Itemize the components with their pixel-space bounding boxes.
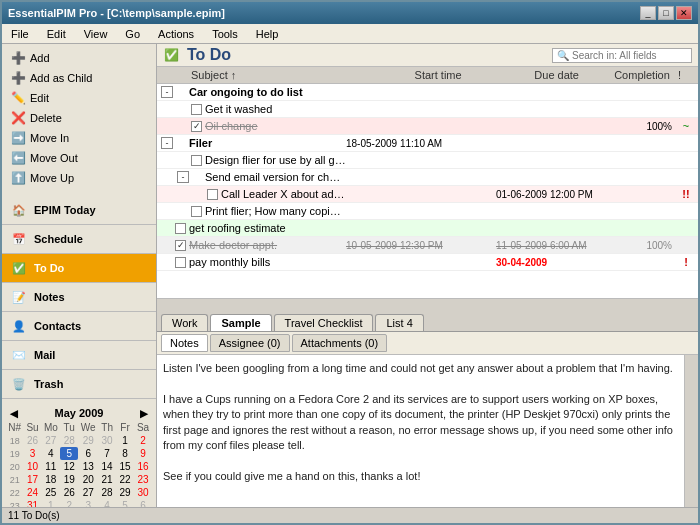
table-row[interactable]: -Send email version for checking (157, 169, 698, 186)
calendar-day[interactable]: 17 (24, 473, 42, 486)
calendar-day[interactable]: 9 (134, 447, 152, 460)
menu-actions[interactable]: Actions (153, 26, 199, 42)
table-row[interactable]: Call Leader X about adding Chicago infow… (157, 186, 698, 203)
calendar-day[interactable]: 4 (41, 447, 60, 460)
action-move-in[interactable]: ➡️ Move In (6, 128, 152, 148)
notes-tab-assignee[interactable]: Assignee (0) (210, 334, 290, 352)
cal-next-button[interactable]: ▶ (140, 408, 148, 419)
close-button[interactable]: ✕ (676, 6, 692, 20)
calendar-day[interactable]: 26 (24, 434, 42, 447)
notes-tab-attachments[interactable]: Attachments (0) (292, 334, 388, 352)
menu-edit[interactable]: Edit (42, 26, 71, 42)
notes-tab-notes[interactable]: Notes (161, 334, 208, 352)
sidebar-item-todo[interactable]: ✅ To Do (2, 254, 156, 283)
calendar-day[interactable]: 26 (60, 486, 78, 499)
calendar-day[interactable]: 16 (134, 460, 152, 473)
tab-sample[interactable]: Sample (210, 314, 271, 331)
cal-prev-button[interactable]: ◀ (10, 408, 18, 419)
sidebar-item-epim-today[interactable]: 🏠 EPIM Today (2, 196, 156, 225)
table-row[interactable]: -Filer18-05-2009 11:10 AM (157, 135, 698, 152)
tab-travel-checklist[interactable]: Travel Checklist (274, 314, 374, 331)
table-row[interactable]: get roofing estimate (157, 220, 698, 237)
tab-work[interactable]: Work (161, 314, 208, 331)
expand-button[interactable]: - (177, 171, 189, 183)
calendar-day[interactable]: 8 (116, 447, 134, 460)
action-move-up[interactable]: ⬆️ Move Up (6, 168, 152, 188)
menu-tools[interactable]: Tools (207, 26, 243, 42)
minimize-button[interactable]: _ (640, 6, 656, 20)
sidebar-item-mail[interactable]: ✉️ Mail (2, 341, 156, 370)
calendar-day[interactable]: 2 (60, 499, 78, 507)
menu-view[interactable]: View (79, 26, 113, 42)
menu-go[interactable]: Go (120, 26, 145, 42)
calendar-day[interactable]: 22 (116, 473, 134, 486)
calendar-day[interactable]: 11 (41, 460, 60, 473)
sidebar-item-schedule[interactable]: 📅 Schedule (2, 225, 156, 254)
calendar-day[interactable]: 6 (134, 499, 152, 507)
calendar-day[interactable]: 25 (41, 486, 60, 499)
calendar-day[interactable]: 3 (78, 499, 98, 507)
action-edit[interactable]: ✏️ Edit (6, 88, 152, 108)
calendar-day[interactable]: 28 (98, 486, 116, 499)
calendar-day[interactable]: 20 (78, 473, 98, 486)
calendar-day[interactable]: 14 (98, 460, 116, 473)
calendar-day[interactable]: 1 (41, 499, 60, 507)
todo-checkbox[interactable]: ✓ (175, 240, 186, 251)
calendar-day[interactable]: 30 (98, 434, 116, 447)
todo-checkbox[interactable] (175, 257, 186, 268)
calendar-day[interactable]: 10 (24, 460, 42, 473)
search-input[interactable] (572, 50, 687, 61)
calendar-day[interactable]: 7 (98, 447, 116, 460)
calendar-day[interactable]: 23 (134, 473, 152, 486)
calendar-day[interactable]: 28 (60, 434, 78, 447)
todo-checkbox[interactable] (207, 189, 218, 200)
todo-checkbox[interactable] (191, 104, 202, 115)
calendar-day[interactable]: 27 (78, 486, 98, 499)
table-row[interactable]: -Car ongoing to do list (157, 84, 698, 101)
maximize-button[interactable]: □ (658, 6, 674, 20)
calendar-day[interactable]: 5 (60, 447, 78, 460)
calendar-day[interactable]: 29 (78, 434, 98, 447)
table-row[interactable]: ✓Oil change100%~ (157, 118, 698, 135)
sidebar-item-notes[interactable]: 📝 Notes (2, 283, 156, 312)
calendar-day[interactable]: 31 (24, 499, 42, 507)
menu-file[interactable]: File (6, 26, 34, 42)
calendar-day[interactable]: 18 (41, 473, 60, 486)
calendar-day[interactable]: 13 (78, 460, 98, 473)
horizontal-scrollbar[interactable] (157, 298, 698, 312)
col-due[interactable]: Due date (534, 69, 614, 81)
tab-list4[interactable]: List 4 (375, 314, 423, 331)
calendar-day[interactable]: 6 (78, 447, 98, 460)
calendar-day[interactable]: 12 (60, 460, 78, 473)
calendar-day[interactable]: 19 (60, 473, 78, 486)
calendar-day[interactable]: 4 (98, 499, 116, 507)
calendar-day[interactable]: 21 (98, 473, 116, 486)
col-completion[interactable]: Completion (614, 69, 678, 81)
todo-checkbox[interactable] (191, 155, 202, 166)
sidebar-item-contacts[interactable]: 👤 Contacts (2, 312, 156, 341)
action-add-child[interactable]: ➕ Add as Child (6, 68, 152, 88)
calendar-day[interactable]: 29 (116, 486, 134, 499)
action-move-out[interactable]: ⬅️ Move Out (6, 148, 152, 168)
calendar-day[interactable]: 5 (116, 499, 134, 507)
expand-button[interactable]: - (161, 137, 173, 149)
calendar-day[interactable]: 2 (134, 434, 152, 447)
table-row[interactable]: Design flier for use by all groups (157, 152, 698, 169)
table-row[interactable]: ✓Make doctor appt.10-05-2009 12:30 PM11-… (157, 237, 698, 254)
calendar-day[interactable]: 1 (116, 434, 134, 447)
table-row[interactable]: pay monthly bills30-04-2009! (157, 254, 698, 271)
calendar-day[interactable]: 30 (134, 486, 152, 499)
todo-checkbox[interactable] (191, 206, 202, 217)
calendar-day[interactable]: 15 (116, 460, 134, 473)
calendar-day[interactable]: 24 (24, 486, 42, 499)
col-flag[interactable]: ! (678, 69, 694, 81)
expand-button[interactable]: - (161, 86, 173, 98)
notes-scrollbar[interactable] (684, 355, 698, 507)
calendar-day[interactable]: 3 (24, 447, 42, 460)
menu-help[interactable]: Help (251, 26, 284, 42)
todo-checkbox[interactable] (175, 223, 186, 234)
table-row[interactable]: Print flier; How many copies? (157, 203, 698, 220)
action-delete[interactable]: ❌ Delete (6, 108, 152, 128)
calendar-day[interactable]: 27 (41, 434, 60, 447)
col-subject[interactable]: Subject ↑ (191, 69, 415, 81)
